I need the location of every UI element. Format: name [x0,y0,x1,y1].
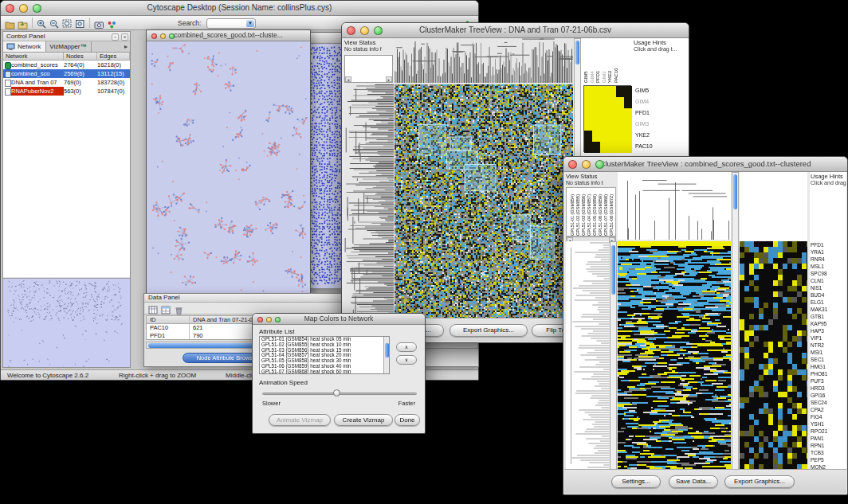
zoom-region-icon[interactable] [61,18,73,29]
create-vizmap-button[interactable]: Create Vizmap [334,414,393,426]
network-canvas[interactable] [147,41,310,294]
scroll-left-icon[interactable]: ◂ [345,76,351,82]
matrix-cell[interactable] [584,97,592,108]
close-button[interactable] [568,160,577,169]
select-attributes-icon[interactable] [147,303,159,315]
matrix-cell[interactable] [584,131,592,142]
matrix-cell[interactable] [616,108,624,119]
matrix-cell[interactable] [624,86,632,97]
matrix-cell[interactable] [600,86,608,97]
minimize-button[interactable] [19,4,28,13]
save-data-button[interactable]: Save Data... [669,475,718,488]
dendrogram-navigator[interactable]: ◂ ▸ [344,55,393,83]
matrix-cell[interactable] [624,97,632,108]
network-table-row[interactable]: combined_sco2569(6)13112(15) [3,69,130,78]
minimize-button[interactable] [160,33,166,39]
scroll-thumb[interactable] [385,343,389,357]
matrix-cell[interactable] [608,97,616,108]
col-id[interactable]: ID [147,316,190,323]
matrix-cell[interactable] [592,97,600,108]
snapshot-icon[interactable] [93,18,105,29]
done-button[interactable]: Done [395,414,420,426]
matrix-cell[interactable] [624,119,632,131]
scroll-right-icon[interactable]: ▸ [386,76,392,82]
network-table-row[interactable]: DNA and Tran 07769(0)183728(0) [3,78,130,87]
zoom-button[interactable] [374,26,383,35]
matrix-cell[interactable] [624,108,632,119]
network-table-row[interactable]: RNAPuberNov2563(0)107847(0) [3,87,130,96]
trash-icon[interactable] [173,303,185,315]
tab-network[interactable]: Network [3,41,46,52]
matrix-cell[interactable] [600,142,608,153]
matrix-cell[interactable] [608,86,616,97]
tab-vizmapper[interactable]: VizMapper™ [46,41,92,52]
animation-speed-slider[interactable] [262,389,417,398]
attribute-list-scrollbar[interactable] [383,337,389,373]
scroll-thumb[interactable] [733,174,737,209]
tvcomb-titlebar[interactable]: ClusterMaker TreeView : combined_scores_… [563,157,847,172]
network-table-row[interactable]: combined_scores2764(0)16218(0) [3,61,130,69]
matrix-cell[interactable] [616,97,624,108]
move-up-button[interactable]: ∧ [396,342,417,352]
scroll-thumb[interactable] [575,41,579,64]
import-icon[interactable] [17,18,29,29]
matrix-cell[interactable] [592,131,600,142]
matrix-cell[interactable] [600,131,608,142]
matrix-cell[interactable] [616,131,624,142]
matrix-cell[interactable] [616,142,624,153]
col-network[interactable]: Network [3,53,64,60]
main-titlebar[interactable]: Cytoscape Desktop (Session Name: collins… [1,1,478,16]
zoom-fit-icon[interactable] [74,18,86,29]
netfront-titlebar[interactable]: combined_scores_good.txt--cluste... [147,30,310,41]
matrix-cell[interactable] [608,119,616,131]
matrix-cell[interactable] [608,142,616,153]
matrix-cell[interactable] [584,108,592,119]
zoom-in-icon[interactable] [36,18,48,29]
zoom-button[interactable] [33,4,41,13]
move-down-button[interactable]: ∨ [396,355,417,365]
matrix-cell[interactable] [608,108,616,119]
settings-button[interactable]: Settings... [611,475,661,488]
heatmap-canvas[interactable] [395,84,573,319]
row-dendrogram-canvas[interactable] [566,241,609,471]
zoom-out-icon[interactable] [49,18,61,29]
appearance-icon[interactable] [106,18,118,29]
matrix-cell[interactable] [624,131,632,142]
attribute-list[interactable]: GPL51-01 (GSM854) heat shock 05 minGPL51… [259,336,390,374]
col-edges[interactable]: Edges [97,53,130,60]
network-overview-canvas[interactable] [3,279,130,367]
chevron-down-icon[interactable]: ▼ [246,20,254,28]
matrix-cell[interactable] [608,131,616,142]
matrix-cell[interactable] [584,86,592,97]
global-heatmap-canvas[interactable] [618,241,731,471]
zoom-button[interactable] [169,33,175,39]
matrix-cell[interactable] [616,86,624,97]
export-graphics-button[interactable]: Export Graphics... [450,324,528,337]
matrix-cell[interactable] [584,119,592,131]
create-attribute-icon[interactable] [160,303,172,315]
dendrogram-vscrollbar[interactable] [610,241,617,471]
row-dendrogram-canvas[interactable] [344,84,394,319]
scroll-thumb[interactable] [611,245,615,295]
float-icon[interactable]: ▫ [112,33,119,41]
zoom-heatmap-canvas[interactable] [740,241,807,471]
column-dendrogram-canvas[interactable] [618,172,731,240]
tvdna-titlebar[interactable]: ClusterMaker TreeView : DNA and Tran 07-… [342,23,689,38]
close-button[interactable] [347,26,355,35]
minimize-button[interactable] [582,160,591,169]
matrix-cell[interactable] [592,108,600,119]
minimize-button[interactable] [360,26,369,35]
tab-overflow-arrow[interactable]: ▸ [124,41,130,52]
matrix-cell[interactable] [600,108,608,119]
matrix-cell[interactable] [600,97,608,108]
search-input[interactable]: ▼ [206,18,256,29]
export-graphics-button[interactable]: Export Graphics... [724,475,795,488]
close-button[interactable] [6,4,14,13]
column-dendrogram-canvas[interactable] [395,38,573,83]
open-icon[interactable] [4,18,16,29]
slider-knob[interactable] [333,389,340,397]
tvcomb-vscrollbar[interactable] [732,172,739,471]
matrix-cell[interactable] [584,142,592,153]
close-button[interactable] [151,33,157,39]
close-icon[interactable]: × [121,33,128,41]
